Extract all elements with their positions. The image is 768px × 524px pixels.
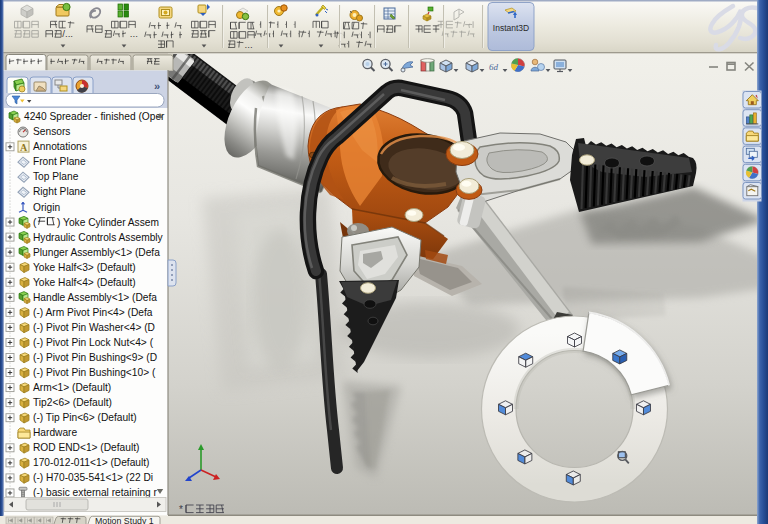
svg-text:...: ...: [245, 39, 253, 50]
svg-text:A: A: [20, 142, 28, 153]
svg-text:) Yoke Cylinder Assem: ) Yoke Cylinder Assem: [57, 217, 159, 228]
svg-text:Annotations: Annotations: [33, 141, 87, 152]
svg-text:Yoke Half<3> (Default): Yoke Half<3> (Default): [33, 262, 136, 273]
svg-text:(-) Arm Pivot Pin<4> (Defa: (-) Arm Pivot Pin<4> (Defa: [33, 307, 153, 318]
svg-text:(-) Pivot Pin Washer<4> (D: (-) Pivot Pin Washer<4> (D: [33, 322, 155, 333]
svg-text:Arm<1> (Default): Arm<1> (Default): [33, 382, 111, 393]
svg-text:*: *: [179, 504, 183, 515]
svg-text:(-) Pivot Pin Bushing<10> (: (-) Pivot Pin Bushing<10> (: [33, 367, 156, 378]
svg-text:ROD END<1> (Default): ROD END<1> (Default): [33, 442, 139, 453]
svg-text:Handle Assembly<1> (Defa: Handle Assembly<1> (Defa: [33, 292, 157, 303]
svg-text:(-) Pivot Pin Lock Nut<4> (: (-) Pivot Pin Lock Nut<4> (: [33, 337, 154, 348]
svg-text:Tip2<6> (Default): Tip2<6> (Default): [33, 397, 112, 408]
svg-text:Hydraulic Controls Assembly: Hydraulic Controls Assembly: [33, 232, 164, 243]
svg-text:Front Plane: Front Plane: [33, 156, 86, 167]
svg-text:Yoke Half<4> (Default): Yoke Half<4> (Default): [33, 277, 136, 288]
svg-text:Instant3D: Instant3D: [493, 23, 529, 33]
svg-text:(-) Tip Pin<6> (Default): (-) Tip Pin<6> (Default): [33, 412, 137, 423]
svg-text:Right Plane: Right Plane: [33, 186, 86, 197]
svg-text:6d: 6d: [489, 62, 499, 72]
svg-text:(-) Pivot Pin Bushing<9> (D: (-) Pivot Pin Bushing<9> (D: [33, 352, 157, 363]
svg-text:...: ...: [130, 28, 138, 39]
svg-text:Motion Study 1: Motion Study 1: [95, 516, 154, 524]
svg-text:Top Plane: Top Plane: [33, 171, 79, 182]
svg-text:(: (: [33, 217, 37, 228]
svg-text:(-) H70-035-541<1> (22 Di: (-) H70-035-541<1> (22 Di: [33, 472, 153, 483]
svg-text:Origin: Origin: [33, 202, 60, 213]
svg-text:Hardware: Hardware: [33, 427, 77, 438]
svg-text:(-) basic external retaining r: (-) basic external retaining r: [33, 487, 158, 498]
svg-text:170-012-011<1> (Default): 170-012-011<1> (Default): [33, 457, 149, 468]
svg-text:/...: /...: [62, 28, 73, 39]
svg-text:»: »: [154, 80, 160, 92]
svg-text:4240 Spreader - finished (Ope: 4240 Spreader - finished (Oper: [24, 111, 165, 122]
svg-text:Plunger Assembly<1> (Defa: Plunger Assembly<1> (Defa: [33, 247, 160, 258]
svg-text:Sensors: Sensors: [33, 126, 70, 137]
